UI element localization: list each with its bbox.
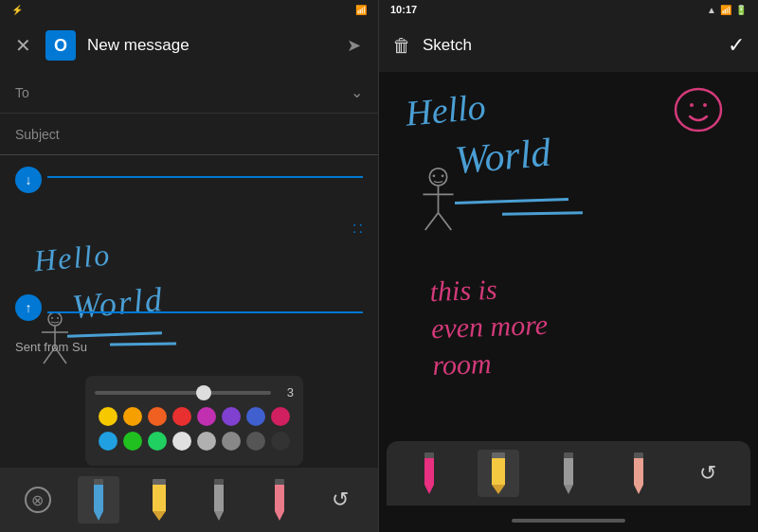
home-bar [512, 519, 625, 523]
svg-rect-16 [275, 479, 284, 485]
send-button[interactable]: ➤ [340, 32, 367, 59]
subject-label: Subject [15, 127, 60, 142]
erase-tool-button[interactable]: ⊗ [17, 476, 59, 523]
right-panel: 10:17 ▲ 📶 🔋 🗑 Sketch ✓ Hello World this … [379, 0, 758, 532]
color-row-1 [95, 407, 294, 426]
to-label: To [15, 85, 351, 100]
svg-rect-11 [153, 485, 166, 511]
color-sky[interactable] [99, 432, 117, 451]
subject-row[interactable]: Subject [0, 114, 378, 155]
erase-icon: ⊗ [25, 487, 51, 513]
svg-rect-17 [275, 485, 284, 511]
pen-gray-icon [212, 479, 226, 521]
svg-rect-13 [214, 479, 224, 485]
to-expand-icon[interactable]: ⌄ [351, 83, 363, 101]
sketch-canvas[interactable]: Hello World this iseven moreroom [379, 72, 758, 441]
undo-icon: ↺ [332, 488, 349, 512]
color-mint[interactable] [148, 432, 167, 451]
wifi-icon: 📶 [355, 5, 367, 15]
svg-rect-32 [492, 452, 505, 458]
sketch-hello-right: Hello [404, 85, 487, 133]
blue-underline-2 [110, 342, 176, 346]
svg-marker-37 [564, 485, 573, 494]
time-display: 10:17 [390, 4, 417, 15]
color-blue-dark[interactable] [246, 407, 265, 426]
sketch-title: Sketch [423, 36, 716, 55]
svg-rect-38 [634, 452, 643, 458]
sketch-world-right: World [453, 130, 552, 184]
svg-point-5 [51, 317, 53, 319]
color-near-black[interactable] [271, 432, 290, 451]
wifi-signal-icon: ▲ [707, 5, 716, 15]
color-green[interactable] [123, 432, 142, 451]
color-light-gray[interactable] [197, 432, 216, 451]
bluetooth-icon: ⚡ [11, 5, 23, 15]
scroll-up-indicator[interactable]: ↑ [15, 294, 42, 321]
color-dark-gray[interactable] [246, 432, 265, 451]
svg-point-24 [433, 174, 436, 177]
svg-point-0 [48, 312, 62, 326]
scroll-down-indicator[interactable]: ↓ [15, 167, 42, 193]
color-violet[interactable] [222, 407, 241, 426]
blue-separator-bottom [47, 311, 363, 313]
svg-rect-29 [424, 452, 434, 458]
svg-marker-40 [634, 485, 643, 494]
stroke-size-slider[interactable] [95, 391, 271, 395]
stroke-size-slider-row[interactable]: 3 [95, 385, 294, 399]
right-status-bar: 10:17 ▲ 📶 🔋 [379, 0, 758, 19]
pen-yellow-right-button[interactable] [478, 450, 519, 497]
pen-yellow-tool-button[interactable] [138, 476, 180, 523]
color-amber[interactable] [123, 407, 142, 426]
svg-rect-14 [214, 485, 224, 511]
pen-pink-icon [273, 479, 286, 521]
color-picker-popup: 3 [85, 376, 303, 466]
sketch-header: 🗑 Sketch ✓ [379, 19, 758, 72]
undo-button-right[interactable]: ↺ [687, 450, 729, 497]
pen-gray-tool-button[interactable] [198, 476, 240, 523]
color-orange[interactable] [148, 407, 167, 426]
sent-from-text: Sent from Su [15, 340, 87, 354]
blue-separator-top [47, 176, 363, 178]
svg-rect-39 [634, 458, 643, 485]
color-row-2 [95, 432, 294, 451]
svg-marker-12 [153, 511, 166, 521]
svg-point-25 [442, 174, 444, 177]
color-magenta[interactable] [271, 407, 290, 426]
color-yellow[interactable] [99, 407, 117, 426]
undo-button-left[interactable]: ↺ [319, 476, 361, 523]
color-gray[interactable] [222, 432, 241, 451]
pen-peach-right-button[interactable] [618, 450, 659, 497]
confirm-sketch-button[interactable]: ✓ [728, 33, 745, 58]
pen-pink-tool-button[interactable] [259, 476, 300, 523]
close-button[interactable]: ✕ [11, 34, 34, 57]
svg-point-19 [429, 168, 446, 186]
pen-yellow-right-icon [490, 452, 507, 494]
left-panel: ⚡ 📶 ✕ O New message ➤ To ⌄ Subject ↓ :: … [0, 0, 379, 532]
delete-sketch-button[interactable]: 🗑 [392, 35, 411, 57]
pen-yellow-icon [151, 479, 168, 521]
svg-marker-34 [492, 485, 505, 494]
color-white[interactable] [172, 432, 191, 451]
svg-marker-15 [214, 511, 224, 521]
pen-peach-right-icon [632, 452, 645, 494]
pink-face-icon [673, 86, 725, 133]
pen-pink-right-button[interactable] [408, 450, 450, 497]
blue-underline-right-1 [455, 198, 568, 204]
color-purple[interactable] [197, 407, 216, 426]
blue-underline-right-2 [502, 211, 583, 215]
svg-point-28 [703, 103, 707, 107]
compose-title: New message [87, 36, 329, 55]
undo-right-icon: ↺ [699, 461, 716, 486]
pen-blue-tool-button[interactable] [78, 476, 119, 523]
slider-thumb[interactable] [196, 385, 211, 400]
battery-icon: 🔋 [735, 5, 747, 15]
svg-rect-36 [564, 458, 573, 485]
color-red[interactable] [172, 407, 191, 426]
compose-header: ✕ O New message ➤ [0, 19, 378, 72]
left-status-bar: ⚡ 📶 [0, 0, 378, 19]
pink-face-sketch [673, 86, 725, 133]
to-row[interactable]: To ⌄ [0, 72, 378, 114]
sketch-preview[interactable]: Hello World [15, 231, 363, 316]
pen-gray-right-button[interactable] [548, 450, 589, 497]
svg-rect-8 [94, 485, 103, 511]
